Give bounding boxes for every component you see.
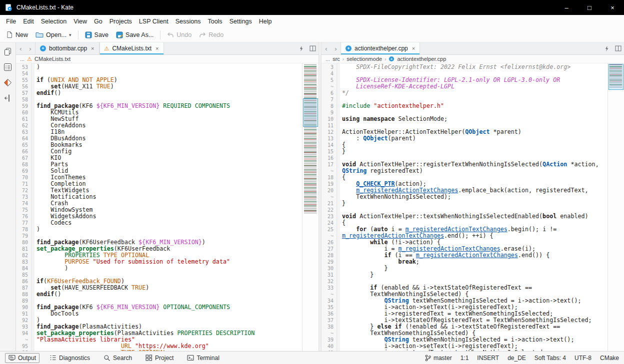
breadcrumb-segment[interactable]: src: [332, 56, 340, 62]
code-line[interactable]: 91 DocTools: [16, 311, 302, 317]
close-button[interactable]: ×: [601, 0, 624, 15]
menu-item-tools[interactable]: Tools: [204, 16, 226, 26]
line-number[interactable]: 75: [16, 207, 31, 213]
tabs-prev-button[interactable]: ‹: [322, 42, 331, 54]
new-button[interactable]: New: [2, 29, 32, 40]
diagnostics-button[interactable]: Diagnostics: [46, 353, 94, 363]
menu-item-sessions[interactable]: Sessions: [172, 16, 204, 26]
line-number[interactable]: 39: [322, 337, 336, 343]
line-number[interactable]: 8: [322, 103, 336, 109]
line-number[interactable]: 12: [322, 129, 336, 135]
line-number[interactable]: 66: [16, 148, 31, 155]
line-number[interactable]: 87: [16, 285, 31, 291]
line-number[interactable]: 85: [16, 272, 31, 278]
line-number[interactable]: 11: [322, 122, 336, 129]
line-number[interactable]: 56: [16, 83, 31, 90]
line-number[interactable]: 63: [16, 129, 31, 135]
line-number[interactable]: 32: [322, 278, 336, 285]
breadcrumb-file[interactable]: CMakeLists.txt: [34, 56, 70, 62]
code-line[interactable]: ↪ LicenseRef-KDE-Accepted-LGPL: [322, 83, 608, 90]
line-number[interactable]: 30: [322, 265, 336, 272]
menu-item-selection[interactable]: Selection: [38, 16, 70, 26]
redo-button[interactable]: Redo: [196, 30, 227, 40]
tabs-next-button[interactable]: ›: [26, 42, 35, 54]
tab-actiontexthelper-cpp[interactable]: actiontexthelper.cpp ×: [340, 42, 420, 54]
line-number[interactable]: 71: [16, 181, 31, 187]
dictionary-indicator[interactable]: de_DE: [508, 355, 526, 362]
line-number[interactable]: 17: [322, 161, 336, 168]
git-branch-indicator[interactable]: master: [425, 355, 452, 362]
code-line[interactable]: 88endif(): [16, 291, 302, 298]
line-number[interactable]: 62: [16, 122, 31, 129]
menu-item-settings[interactable]: Settings: [226, 16, 256, 26]
line-number[interactable]: 36: [322, 311, 336, 317]
line-number[interactable]: 82: [16, 252, 31, 259]
tabs-prev-button[interactable]: ‹: [16, 42, 26, 54]
output-button[interactable]: Output: [5, 353, 40, 363]
code-line[interactable]: 15}: [322, 148, 608, 155]
line-number[interactable]: 24: [322, 220, 336, 226]
quick-actions-button[interactable]: [601, 42, 612, 54]
line-number[interactable]: 31: [322, 272, 336, 278]
wrap-indicator[interactable]: ↪: [322, 194, 336, 200]
line-number[interactable]: 90: [16, 304, 31, 311]
undo-button[interactable]: Undo: [164, 30, 195, 40]
search-button[interactable]: Search: [100, 353, 136, 363]
breadcrumb-ellipsis[interactable]: ...: [20, 56, 24, 62]
line-number[interactable]: 88: [16, 291, 31, 298]
code-line[interactable]: 78): [16, 226, 302, 233]
line-number[interactable]: 92: [16, 317, 31, 324]
line-number[interactable]: 83: [16, 259, 31, 265]
line-number[interactable]: 74: [16, 200, 31, 207]
line-number[interactable]: 69: [16, 168, 31, 174]
line-number[interactable]: 15: [322, 148, 336, 155]
line-number[interactable]: 14: [322, 142, 336, 148]
line-number[interactable]: 33: [322, 285, 336, 291]
maximize-button[interactable]: □: [578, 0, 601, 15]
line-number[interactable]: 26: [322, 239, 336, 246]
line-number[interactable]: 55: [16, 77, 31, 83]
code-line[interactable]: 6*/: [322, 90, 608, 96]
menu-item-file[interactable]: File: [2, 16, 20, 26]
line-number[interactable]: 78: [16, 226, 31, 233]
tab-bottombar-cpp[interactable]: bottombar.cpp ×: [35, 42, 100, 54]
line-number[interactable]: 4: [322, 70, 336, 77]
code-line[interactable]: 84 ): [16, 265, 302, 272]
minimize-button[interactable]: –: [555, 0, 578, 15]
menu-item-lsp-client[interactable]: LSP Client: [136, 16, 172, 26]
menu-item-help[interactable]: Help: [256, 16, 276, 26]
line-number[interactable]: 67: [16, 155, 31, 161]
line-number[interactable]: 34: [322, 298, 336, 304]
line-number[interactable]: 38: [322, 324, 336, 330]
wrap-indicator[interactable]: ↪: [16, 337, 31, 343]
code-line[interactable]: 77 Codecs: [16, 220, 302, 226]
code-line[interactable]: 57endif(): [16, 90, 302, 96]
open-button[interactable]: Open... ▾: [32, 30, 75, 40]
line-number[interactable]: 37: [322, 317, 336, 324]
code-line[interactable]: 23void ActionTextHelper::textsWhenNothin…: [322, 213, 608, 220]
wrap-indicator[interactable]: ↪: [322, 168, 336, 174]
minimap-left[interactable]: [302, 63, 318, 351]
terminal-button[interactable]: Terminal: [184, 353, 222, 363]
tab-settings[interactable]: Soft Tabs: 4: [534, 355, 566, 362]
line-number[interactable]: 89: [16, 298, 31, 304]
line-number[interactable]: 10: [322, 116, 336, 122]
line-number[interactable]: 22: [322, 207, 336, 213]
line-number[interactable]: 58: [16, 96, 31, 103]
code-line[interactable]: 21}: [322, 200, 608, 207]
line-number[interactable]: 29: [322, 259, 336, 265]
line-number[interactable]: 93: [16, 324, 31, 330]
breadcrumb-ellipsis[interactable]: ...: [326, 56, 330, 62]
breadcrumb-segment[interactable]: selectionmode: [346, 56, 382, 62]
line-number[interactable]: 60: [16, 109, 31, 116]
menu-item-go[interactable]: Go: [90, 16, 106, 26]
code-line[interactable]: 53): [16, 64, 302, 70]
tab-close-icon[interactable]: ×: [91, 45, 94, 51]
line-number[interactable]: 54: [16, 70, 31, 77]
line-number[interactable]: 7: [322, 96, 336, 103]
line-number[interactable]: 53: [16, 64, 31, 70]
breadcrumb-file[interactable]: actiontexthelper.cpp: [397, 56, 446, 62]
line-number[interactable]: 19: [322, 181, 336, 187]
line-number[interactable]: 61: [16, 116, 31, 122]
minimap-right[interactable]: [608, 63, 624, 351]
